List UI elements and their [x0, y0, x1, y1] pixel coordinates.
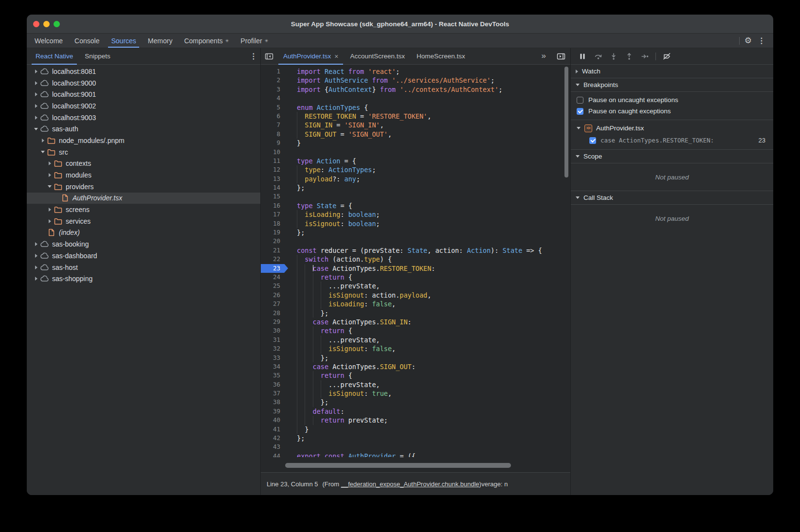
code-line[interactable]: 24return { — [261, 273, 570, 282]
line-number[interactable]: 3 — [261, 85, 288, 94]
line-number[interactable]: 19 — [261, 228, 288, 237]
line-number[interactable]: 44 — [261, 452, 288, 457]
line-number[interactable]: 17 — [261, 210, 288, 219]
chevron-down-icon[interactable] — [39, 151, 46, 153]
line-number[interactable]: 31 — [261, 336, 288, 344]
line-number[interactable]: 1 — [261, 67, 288, 76]
line-number[interactable]: 13 — [261, 175, 288, 183]
chevron-right-icon[interactable] — [33, 277, 39, 281]
line-number[interactable]: 26 — [261, 291, 288, 300]
step-icon[interactable] — [638, 50, 652, 63]
code-editor[interactable]: 1import React from 'react';2import AuthS… — [261, 65, 570, 472]
line-number[interactable]: 28 — [261, 309, 288, 318]
checked-checkbox[interactable] — [577, 108, 583, 115]
code-line[interactable]: 6RESTORE_TOKEN = 'RESTORE_TOKEN', — [261, 112, 570, 121]
code-line[interactable]: 36...prevState, — [261, 380, 570, 389]
line-number[interactable]: 11 — [261, 157, 288, 165]
tree-item-sas-shopping[interactable]: sas-shopping — [27, 273, 260, 284]
code-line[interactable]: 27isLoading: false, — [261, 300, 570, 308]
code-line[interactable]: 39default: — [261, 407, 570, 416]
line-number[interactable]: 25 — [261, 282, 288, 290]
tree-item-sas-booking[interactable]: sas-booking — [27, 238, 260, 250]
code-line[interactable]: 5enum ActionTypes { — [261, 103, 570, 112]
main-menu-kebab-icon[interactable]: ⋮ — [755, 36, 768, 45]
step-over-icon[interactable] — [591, 50, 605, 63]
code-line[interactable]: 8SIGN_OUT = 'SIGN_OUT', — [261, 130, 570, 139]
zoom-window-button[interactable] — [54, 21, 60, 27]
deactivate-breakpoints-icon[interactable] — [660, 50, 673, 63]
chevron-right-icon[interactable] — [39, 139, 46, 142]
toggle-debugger-sidebar-icon[interactable] — [553, 48, 569, 64]
line-number[interactable]: 10 — [261, 148, 288, 157]
tree-item-index[interactable]: (index) — [27, 227, 260, 239]
line-number[interactable]: 12 — [261, 165, 288, 174]
chevron-right-icon[interactable] — [46, 161, 53, 165]
main-tab-welcome[interactable]: Welcome — [29, 34, 69, 48]
line-number[interactable]: 30 — [261, 326, 288, 335]
code-line[interactable]: 22switch (action.type) { — [261, 255, 570, 264]
code-line[interactable]: 30return { — [261, 326, 570, 335]
more-tabs-icon[interactable]: » — [542, 51, 553, 62]
line-number[interactable]: 6 — [261, 112, 288, 121]
code-line[interactable]: 26isSignout: action.payload, — [261, 291, 570, 300]
tree-item-localhost-9002[interactable]: localhost:9002 — [27, 100, 260, 112]
code-line[interactable]: 29case ActionTypes.SIGN_IN: — [261, 318, 570, 326]
breakpoint-group-authprovider-tsx[interactable]: <>AuthProvider.tsx — [571, 122, 773, 134]
line-number[interactable]: 36 — [261, 380, 288, 389]
line-number[interactable]: 43 — [261, 443, 288, 451]
code-line[interactable]: 10 — [261, 148, 570, 157]
code-line[interactable]: 34case ActionTypes.SIGN_OUT: — [261, 362, 570, 371]
scope-section-header[interactable]: Scope — [571, 150, 773, 163]
tree-item-localhost-9003[interactable]: localhost:9003 — [27, 112, 260, 124]
line-number[interactable]: 32 — [261, 344, 288, 353]
code-line[interactable]: 32isSignout: false, — [261, 344, 570, 353]
chevron-right-icon[interactable] — [33, 116, 39, 120]
line-number[interactable]: 34 — [261, 362, 288, 371]
chevron-right-icon[interactable] — [33, 104, 39, 108]
line-number[interactable]: 33 — [261, 354, 288, 362]
code-line[interactable]: 9} — [261, 139, 570, 147]
chevron-right-icon[interactable] — [33, 70, 39, 73]
code-line[interactable]: 33}; — [261, 354, 570, 362]
pause-script-icon[interactable] — [576, 50, 589, 63]
tree-item-services[interactable]: services — [27, 215, 260, 227]
line-number[interactable]: 24 — [261, 273, 288, 282]
chevron-down-icon[interactable] — [46, 185, 53, 188]
main-tab-sources[interactable]: Sources — [105, 34, 142, 48]
code-line[interactable]: 23case ActionTypes.RESTORE_TOKEN: — [261, 264, 570, 273]
line-number[interactable]: 18 — [261, 219, 288, 228]
navigator-tab-react-native[interactable]: React Native — [30, 48, 79, 64]
line-number[interactable]: 22 — [261, 255, 288, 264]
tree-item-localhost-9000[interactable]: localhost:9000 — [27, 77, 260, 89]
tree-item-modules[interactable]: modules — [27, 169, 260, 181]
code-line[interactable]: 31...prevState, — [261, 336, 570, 344]
line-number[interactable]: 42 — [261, 434, 288, 443]
line-number[interactable]: 35 — [261, 371, 288, 380]
code-line[interactable]: 28}; — [261, 309, 570, 318]
callstack-section-header[interactable]: Call Stack — [571, 191, 773, 205]
toggle-navigator-icon[interactable] — [261, 48, 277, 64]
line-number[interactable]: 15 — [261, 192, 288, 201]
code-line[interactable]: 13payload?: any; — [261, 175, 570, 183]
line-number[interactable]: 41 — [261, 425, 288, 434]
tree-item-contexts[interactable]: contexts — [27, 158, 260, 170]
tree-item-node-modules-pnpm[interactable]: node_modules/.pnpm — [27, 135, 260, 146]
chevron-right-icon[interactable] — [46, 208, 53, 212]
code-line[interactable]: 37isSignout: true, — [261, 389, 570, 398]
code-line[interactable]: 21const reducer = (prevState: State, act… — [261, 246, 570, 255]
settings-gear-icon[interactable]: ⚙ — [745, 36, 752, 45]
checked-checkbox[interactable] — [589, 137, 596, 144]
tree-item-localhost-8081[interactable]: localhost:8081 — [27, 66, 260, 77]
code-line[interactable]: 7SIGN_IN = 'SIGN_IN', — [261, 121, 570, 129]
code-line[interactable]: 2import AuthService from '../services/Au… — [261, 76, 570, 85]
close-window-button[interactable] — [33, 21, 39, 27]
code-line[interactable]: 25...prevState, — [261, 282, 570, 290]
code-line[interactable]: 42}; — [261, 434, 570, 443]
code-line[interactable]: 15 — [261, 192, 570, 201]
line-number[interactable]: 38 — [261, 398, 288, 407]
tree-item-authprovider-tsx[interactable]: AuthProvider.tsx — [27, 193, 260, 204]
chevron-right-icon[interactable] — [46, 219, 53, 223]
breakpoint-line-number[interactable]: 23 — [261, 264, 288, 273]
breakpoints-section-header[interactable]: Breakpoints — [571, 78, 773, 92]
code-line[interactable]: 16type State = { — [261, 201, 570, 210]
